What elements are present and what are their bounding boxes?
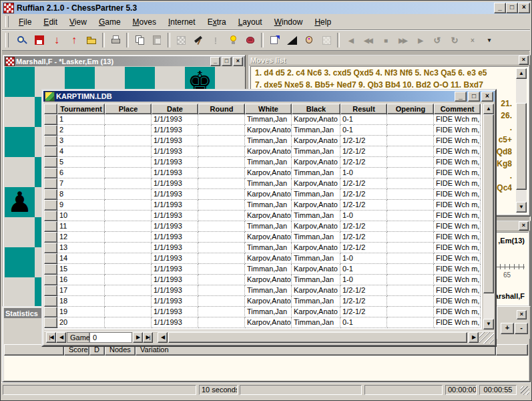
more-button[interactable]: ▾ — [481, 32, 498, 49]
menu-item-game[interactable]: Game — [93, 15, 127, 29]
find-button[interactable] — [13, 32, 31, 49]
menu-item-moves[interactable]: Moves — [127, 15, 162, 29]
moves-scroll-thumb[interactable] — [516, 103, 527, 190]
main-title-bar[interactable]: Ruffian 2.1.0 - ChessPartner 5.3 _ □ × — [2, 2, 530, 14]
table-row[interactable]: 191/1/1993Timman,JanKarpov,Anato1/2-1/2F… — [44, 307, 482, 317]
column-header-black[interactable]: Black — [292, 104, 340, 114]
row-selector[interactable] — [44, 157, 57, 168]
column-header-comment[interactable]: Comment — [434, 104, 481, 114]
table-scrollbar[interactable]: ▲ ▼ — [483, 104, 494, 329]
prev-record-icon[interactable]: ◀ — [56, 332, 66, 343]
column-header-opening[interactable]: Opening — [387, 104, 434, 114]
to-end-button[interactable]: ▶ — [411, 32, 429, 49]
plus-button[interactable]: + — [501, 323, 514, 334]
db-maximize-button[interactable]: □ — [468, 92, 480, 102]
table-row[interactable]: 161/1/1993Karpov,AnatoTimman,Jan1-0FIDE … — [44, 275, 482, 285]
row-selector[interactable] — [44, 307, 57, 317]
table-row[interactable]: 41/1/1993Karpov,AnatoTimman,Jan1/2-1/2FI… — [44, 146, 482, 157]
menu-item-window[interactable]: Window — [268, 15, 309, 29]
column-header-date[interactable]: Date — [152, 104, 198, 114]
table-row[interactable]: 21/1/1993Karpov,AnatoTimman,Jan0-1FIDE W… — [44, 125, 482, 136]
hscroll-thumb[interactable] — [168, 332, 467, 343]
moves-list-close-button[interactable]: × — [519, 55, 529, 65]
menu-grip[interactable] — [5, 16, 9, 27]
menu-item-extra[interactable]: Extra — [202, 15, 232, 29]
table-row[interactable]: 31/1/1993Timman,JanKarpov,Anato1/2-1/2FI… — [44, 136, 482, 146]
row-selector[interactable] — [44, 125, 57, 136]
cancel-button[interactable]: × — [463, 32, 481, 49]
opponent-button[interactable] — [300, 32, 318, 49]
table-row[interactable]: 51/1/1993Timman,JanKarpov,Anato1/2-1/2FI… — [44, 157, 482, 168]
table-row[interactable]: 171/1/1993Timman,JanKarpov,Anato1/2-1/2F… — [44, 285, 482, 296]
row-selector[interactable] — [44, 189, 57, 200]
table-row[interactable]: 71/1/1993Timman,JanKarpov,Anato1/2-1/2FI… — [44, 178, 482, 189]
resize-grip[interactable] — [521, 386, 529, 395]
depth-panel-close-button[interactable]: × — [517, 310, 527, 319]
moves-list-title-bar[interactable]: Moves list × — [249, 55, 530, 65]
row-selector[interactable] — [44, 317, 57, 328]
paste-button[interactable] — [148, 32, 166, 49]
game-info-close-button[interactable]: × — [519, 221, 529, 231]
print-button[interactable] — [107, 32, 124, 49]
game-info-button[interactable] — [266, 32, 283, 49]
alert-button[interactable]: ! — [207, 32, 224, 49]
games-table-header[interactable]: TournamentPlaceDateRoundWhiteBlackResult… — [44, 104, 482, 114]
hint-button[interactable] — [224, 32, 242, 49]
board-maximize-button[interactable]: □ — [222, 57, 232, 66]
position-setup-button[interactable] — [172, 32, 190, 49]
last-record-icon[interactable]: ▶| — [143, 332, 153, 343]
table-row[interactable]: 11/1/1993Timman,JanKarpov,Anato0-1FIDE W… — [44, 114, 482, 125]
db-close-button[interactable]: × — [481, 92, 493, 102]
engine-think-button[interactable] — [242, 32, 259, 49]
row-selector[interactable] — [44, 253, 57, 264]
row-selector[interactable] — [44, 243, 57, 253]
table-row[interactable]: 111/1/1993Timman,JanKarpov,Anato1/2-1/2F… — [44, 221, 482, 232]
minimize-button[interactable]: _ — [494, 3, 506, 13]
table-row[interactable]: 151/1/1993Timman,JanKarpov,Anato0-1FIDE … — [44, 264, 482, 275]
column-header-white[interactable]: White — [245, 104, 292, 114]
table-row[interactable]: 81/1/1993Karpov,AnatoTimman,Jan1/2-1/2FI… — [44, 189, 482, 200]
column-header-round[interactable]: Round — [198, 104, 245, 114]
menu-item-layout[interactable]: Layout — [232, 15, 268, 29]
row-selector[interactable] — [44, 146, 57, 157]
moves-scrollbar[interactable]: ▲ ▼ — [516, 68, 527, 213]
row-selector[interactable] — [44, 296, 57, 307]
database-title-bar[interactable]: KARPTIMN.LDB _ □ × — [43, 91, 495, 102]
black-pawn[interactable]: ♟ — [5, 187, 35, 217]
fast-back-button[interactable]: ◀◀ — [359, 32, 376, 49]
row-selector[interactable] — [44, 168, 57, 178]
menu-item-view[interactable]: View — [63, 15, 93, 29]
board-window-title-bar[interactable]: Marshall,F - *Lasker,Em (13) _ □ × — [4, 56, 244, 66]
redo-button[interactable]: ↻ — [446, 32, 463, 49]
table-row[interactable]: 131/1/1993Timman,JanKarpov,Anato1/2-1/2F… — [44, 243, 482, 253]
row-selector[interactable] — [44, 285, 57, 296]
column-header-tournament[interactable]: Tournament — [57, 104, 105, 114]
undo-button[interactable]: ↺ — [429, 32, 446, 49]
level-button[interactable] — [283, 32, 300, 49]
close-button[interactable]: × — [518, 3, 530, 13]
to-start-button[interactable]: ◀ — [342, 32, 359, 49]
menu-item-help[interactable]: Help — [308, 15, 337, 29]
row-selector[interactable] — [44, 136, 57, 146]
row-selector[interactable] — [44, 114, 57, 125]
game-number-field[interactable]: 0 — [89, 332, 132, 343]
row-selector[interactable] — [44, 264, 57, 275]
hscroll-left-icon[interactable]: ◀ — [158, 332, 168, 343]
table-scroll-thumb[interactable] — [483, 114, 494, 293]
table-row[interactable]: 141/1/1993Karpov,AnatoTimman,Jan1-0FIDE … — [44, 253, 482, 264]
table-row[interactable]: 181/1/1993Karpov,AnatoTimman,Jan1/2-1/2F… — [44, 296, 482, 307]
table-row[interactable]: 121/1/1993Karpov,AnatoTimman,Jan1/2-1/2F… — [44, 232, 482, 243]
row-selector[interactable] — [44, 221, 57, 232]
menu-item-edit[interactable]: Edit — [37, 15, 63, 29]
scroll-down-icon[interactable]: ▼ — [516, 202, 527, 213]
analyze-button[interactable] — [190, 32, 207, 49]
row-selector[interactable] — [44, 211, 57, 221]
next-record-icon[interactable]: ▶ — [133, 332, 143, 343]
table-row[interactable]: 61/1/1993Karpov,AnatoTimman,Jan1-0FIDE W… — [44, 168, 482, 178]
db-minimize-button[interactable]: _ — [455, 92, 467, 102]
minus-button[interactable]: - — [515, 323, 528, 334]
maximize-button[interactable]: □ — [506, 3, 518, 13]
table-row[interactable]: 101/1/1993Karpov,AnatoTimman,Jan1-0FIDE … — [44, 211, 482, 221]
menu-item-internet[interactable]: Internet — [162, 15, 202, 29]
menu-item-file[interactable]: File — [13, 15, 37, 29]
